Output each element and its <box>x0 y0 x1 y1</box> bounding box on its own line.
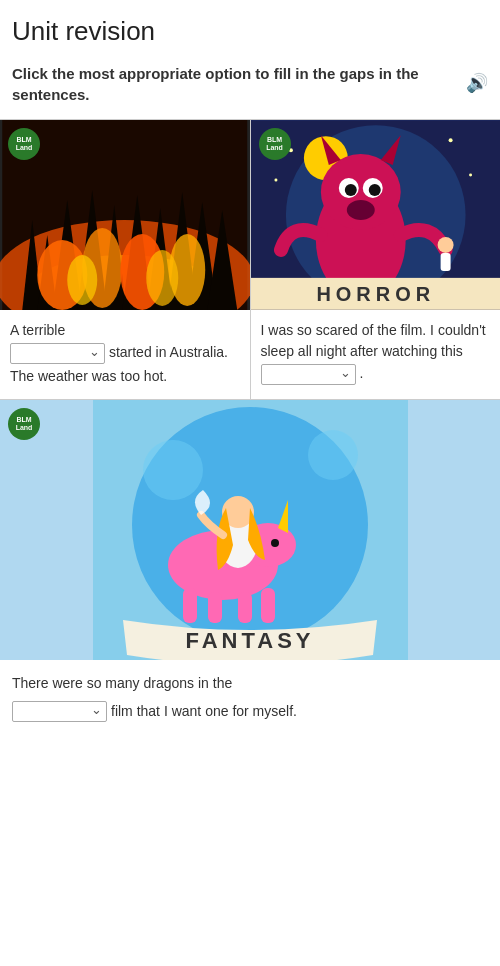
page-title: Unit revision <box>0 0 500 55</box>
fire-text-area: A terrible fire flood storm started in A… <box>0 310 250 399</box>
horror-text-area: I was so scared of the film. I couldn't … <box>251 310 501 399</box>
svg-point-30 <box>344 184 356 196</box>
svg-point-31 <box>368 184 380 196</box>
svg-rect-47 <box>238 592 252 623</box>
fantasy-text-area: There were so many dragons in the fantas… <box>0 660 500 739</box>
svg-rect-48 <box>261 588 275 623</box>
blm-badge-fire: BLM Land <box>8 128 40 160</box>
svg-text:FANTASY: FANTASY <box>185 628 314 653</box>
svg-point-42 <box>308 430 358 480</box>
instruction-text: Click the most appropriate option to fil… <box>0 55 500 119</box>
svg-point-41 <box>143 440 203 500</box>
fire-dropdown-wrap[interactable]: fire flood storm <box>10 343 105 364</box>
svg-point-17 <box>67 255 97 305</box>
svg-point-50 <box>271 539 279 547</box>
fire-dropdown[interactable]: fire flood storm <box>10 343 105 364</box>
horror-dropdown[interactable]: horror film comedy drama <box>261 364 356 385</box>
bottom-row: FANTASY BLM Land There were so many drag… <box>0 399 500 739</box>
fantasy-dropdown[interactable]: fantasy film horror film comedy <box>12 701 107 722</box>
svg-rect-36 <box>440 253 450 271</box>
horror-text-before: I was so scared of the film. I couldn't … <box>261 322 486 359</box>
svg-point-24 <box>274 179 277 182</box>
horror-text-after: . <box>359 365 363 381</box>
fire-cell: BLM Land A terrible fire flood storm sta… <box>0 120 251 399</box>
fantasy-image: FANTASY BLM Land <box>0 400 500 660</box>
blm-badge-fantasy: BLM Land <box>8 408 40 440</box>
blm-badge-horror: BLM Land <box>259 128 291 160</box>
fantasy-text-before: There were so many dragons in the <box>12 675 232 691</box>
fantasy-dropdown-wrap[interactable]: fantasy film horror film comedy <box>12 700 107 722</box>
svg-point-32 <box>346 200 374 220</box>
speaker-icon[interactable]: 🔊 <box>466 71 488 96</box>
horror-image: HORROR BLM Land <box>251 120 501 310</box>
top-grid-row: BLM Land A terrible fire flood storm sta… <box>0 119 500 399</box>
svg-point-22 <box>448 138 452 142</box>
horror-cell: HORROR BLM Land I was so scared of the f… <box>251 120 501 399</box>
svg-text:HORROR: HORROR <box>316 283 435 305</box>
fantasy-text-after: film that I want one for myself. <box>111 700 297 722</box>
fantasy-scene-svg: FANTASY <box>93 400 408 660</box>
svg-rect-46 <box>208 592 222 623</box>
fire-text-before: A terrible <box>10 322 65 338</box>
svg-point-35 <box>437 237 453 253</box>
horror-dropdown-wrap[interactable]: horror film comedy drama <box>261 364 356 385</box>
instruction-label: Click the most appropriate option to fil… <box>12 63 460 105</box>
svg-rect-45 <box>183 588 197 623</box>
svg-point-18 <box>146 250 178 306</box>
svg-point-23 <box>469 174 472 177</box>
fire-image: BLM Land <box>0 120 250 310</box>
